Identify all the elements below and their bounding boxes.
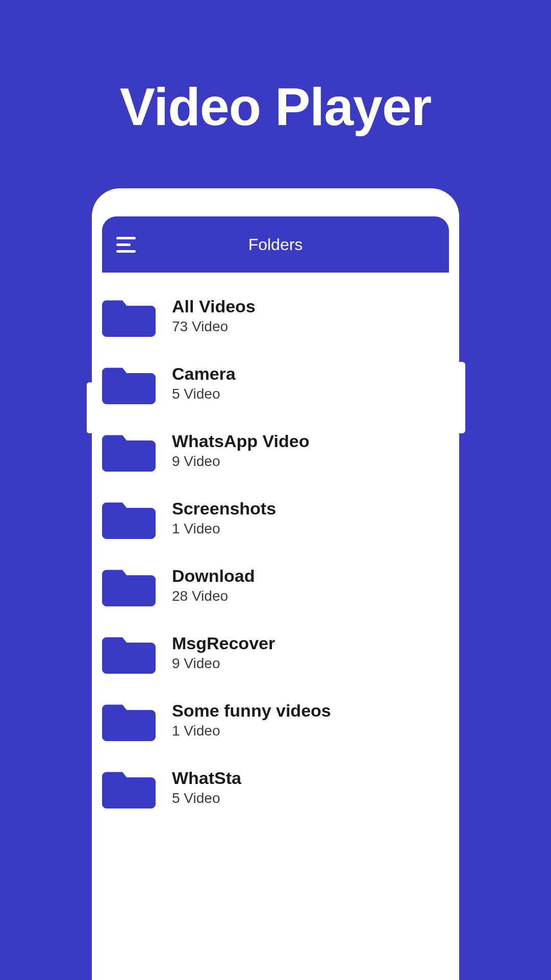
folder-item[interactable]: WhatsApp Video9 Video <box>102 416 449 484</box>
app-header: Folders <box>102 216 449 273</box>
folder-name: MsgRecover <box>172 633 275 653</box>
folder-info: Download28 Video <box>172 566 255 604</box>
folder-list: All Videos73 Video Camera5 Video WhatsAp… <box>92 273 459 821</box>
folder-count: 1 Video <box>172 521 276 537</box>
folder-info: Screenshots1 Video <box>172 499 276 537</box>
header-title: Folders <box>248 235 303 254</box>
folder-name: Camera <box>172 364 236 384</box>
folder-count: 5 Video <box>172 790 241 806</box>
folder-count: 28 Video <box>172 588 255 604</box>
page-title: Video Player <box>120 77 431 137</box>
menu-icon[interactable] <box>116 237 136 253</box>
phone-notch-left <box>87 382 92 433</box>
phone-frame: Folders All Videos73 Video Camera5 Video… <box>92 188 459 980</box>
folder-name: Screenshots <box>172 499 276 519</box>
phone-notch-right <box>459 362 465 433</box>
folder-info: All Videos73 Video <box>172 297 256 335</box>
folder-item[interactable]: MsgRecover9 Video <box>102 619 449 686</box>
folder-icon <box>102 564 156 606</box>
folder-icon <box>102 631 156 674</box>
folder-icon <box>102 698 156 741</box>
folder-icon <box>102 294 156 337</box>
folder-item[interactable]: Some funny videos1 Video <box>102 686 449 753</box>
folder-name: All Videos <box>172 297 256 316</box>
folder-item[interactable]: All Videos73 Video <box>102 282 449 349</box>
folder-item[interactable]: WhatSta5 Video <box>102 753 449 821</box>
folder-name: WhatSta <box>172 768 241 788</box>
folder-count: 5 Video <box>172 386 236 402</box>
folder-name: Download <box>172 566 255 586</box>
folder-icon <box>102 361 156 404</box>
folder-info: Some funny videos1 Video <box>172 701 331 739</box>
folder-info: Camera5 Video <box>172 364 236 402</box>
folder-name: WhatsApp Video <box>172 431 310 451</box>
folder-info: WhatSta5 Video <box>172 768 241 806</box>
folder-icon <box>102 766 156 808</box>
folder-count: 9 Video <box>172 655 275 672</box>
folder-icon <box>102 429 156 472</box>
folder-item[interactable]: Download28 Video <box>102 551 449 619</box>
folder-count: 9 Video <box>172 453 310 470</box>
folder-icon <box>102 496 156 539</box>
folder-item[interactable]: Screenshots1 Video <box>102 484 449 551</box>
folder-name: Some funny videos <box>172 701 331 721</box>
folder-info: MsgRecover9 Video <box>172 633 275 672</box>
folder-count: 73 Video <box>172 318 256 335</box>
folder-info: WhatsApp Video9 Video <box>172 431 310 470</box>
folder-item[interactable]: Camera5 Video <box>102 349 449 416</box>
folder-count: 1 Video <box>172 723 331 739</box>
